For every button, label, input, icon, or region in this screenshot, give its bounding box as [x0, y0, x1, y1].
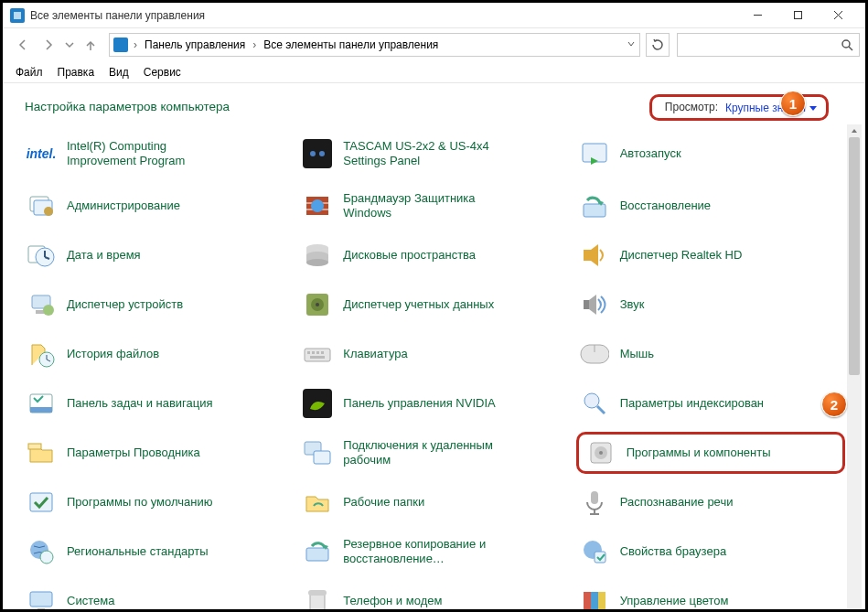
content-area: Настройка параметров компьютера Просмотр…: [3, 83, 865, 609]
item-programs-features[interactable]: Программы и компоненты: [576, 432, 845, 474]
view-selector[interactable]: Просмотр: Крупные значки 1: [649, 94, 829, 121]
item-label: Клавиатура: [343, 347, 407, 361]
item-label: Подключения к удаленным рабочим: [343, 438, 508, 468]
svg-marker-33: [591, 244, 598, 266]
item-system[interactable]: Система: [23, 580, 292, 609]
item-label: Параметры Проводника: [67, 446, 200, 460]
svg-rect-2: [794, 12, 801, 19]
item-intel[interactable]: intel. Intel(R) Computing Improvement Pr…: [23, 130, 292, 177]
item-label: Программы и компоненты: [627, 446, 771, 460]
maximize-button[interactable]: [777, 3, 818, 28]
item-mouse[interactable]: Мышь: [576, 333, 845, 375]
firewall-icon: [301, 189, 334, 222]
item-taskbar[interactable]: Панель задач и навигация: [23, 382, 292, 424]
item-storage-spaces[interactable]: Дисковые пространства: [299, 234, 568, 276]
item-phone-modem[interactable]: Телефон и модем: [299, 580, 568, 609]
storage-icon: [301, 239, 334, 272]
search-box[interactable]: [677, 33, 860, 57]
item-label: Телефон и модем: [343, 594, 442, 608]
window-controls: [737, 3, 858, 28]
svg-point-62: [599, 451, 603, 455]
scroll-thumb[interactable]: [849, 137, 860, 375]
remote-desktop-icon: [301, 436, 334, 469]
recovery-icon: [578, 189, 611, 222]
vertical-scrollbar[interactable]: [847, 124, 862, 609]
svg-point-55: [584, 393, 599, 408]
up-button[interactable]: [80, 34, 102, 56]
item-tascam[interactable]: TASCAM US-2x2 & US-4x4 Settings Panel: [299, 130, 568, 177]
item-device-manager[interactable]: Диспетчер устройств: [23, 284, 292, 326]
menu-edit[interactable]: Правка: [58, 66, 95, 79]
menu-service[interactable]: Сервис: [144, 66, 181, 79]
item-explorer-options[interactable]: Параметры Проводника: [23, 432, 292, 474]
item-label: Мышь: [620, 347, 654, 361]
item-nvidia[interactable]: Панель управления NVIDIA: [299, 382, 568, 424]
nav-arrows: [8, 34, 105, 56]
item-label: TASCAM US-2x2 & US-4x4 Settings Panel: [343, 139, 508, 169]
svg-point-16: [44, 207, 53, 216]
svg-point-6: [842, 40, 850, 48]
item-label: Рабочие папки: [343, 495, 424, 510]
menu-view[interactable]: Вид: [109, 66, 129, 79]
item-default-programs[interactable]: Программы по умолчанию: [23, 481, 292, 523]
item-regional[interactable]: Региональные стандарты: [23, 531, 292, 573]
item-date-time[interactable]: Дата и время: [23, 234, 292, 276]
item-label: Восстановление: [620, 199, 711, 213]
item-recovery[interactable]: Восстановление: [576, 185, 845, 227]
svg-rect-48: [316, 351, 319, 354]
items-grid: intel. Intel(R) Computing Improvement Pr…: [23, 124, 845, 609]
items-container: intel. Intel(R) Computing Improvement Pr…: [23, 124, 845, 609]
item-autorun[interactable]: Автозапуск: [576, 130, 845, 177]
svg-rect-57: [28, 444, 41, 449]
svg-rect-69: [306, 548, 328, 561]
breadcrumb-root[interactable]: Панель управления: [143, 38, 247, 51]
scroll-up-icon[interactable]: [847, 124, 862, 137]
item-realtek-hd[interactable]: Диспетчер Realtek HD: [576, 234, 845, 276]
item-indexing-options[interactable]: Параметры индексирован 2: [576, 382, 845, 424]
item-backup-restore[interactable]: Резервное копирование и восстановление…: [299, 531, 568, 573]
item-label: Распознавание речи: [620, 495, 734, 510]
admin-tools-icon: [25, 189, 58, 222]
recent-locations-button[interactable]: [63, 34, 76, 56]
phone-icon: [301, 585, 334, 609]
item-credential-manager[interactable]: Диспетчер учетных данных: [299, 284, 568, 326]
item-label: Дисковые пространства: [343, 248, 476, 263]
minimize-button[interactable]: [737, 3, 777, 28]
item-firewall[interactable]: Брандмауэр Защитника Windows: [299, 185, 568, 227]
svg-rect-79: [591, 592, 598, 609]
microphone-icon: [578, 486, 611, 519]
svg-point-11: [319, 151, 325, 156]
taskbar-icon: [25, 387, 58, 420]
item-label: Диспетчер учетных данных: [343, 297, 494, 312]
address-bar[interactable]: › Панель управления › Все элементы панел…: [109, 33, 640, 57]
svg-point-39: [316, 303, 319, 306]
item-label: Диспетчер Realtek HD: [620, 248, 743, 263]
address-history-button[interactable]: [627, 38, 636, 51]
item-sound[interactable]: Звук: [576, 284, 845, 326]
item-work-folders[interactable]: Рабочие папки: [299, 481, 568, 523]
close-button[interactable]: [818, 3, 858, 28]
item-label: Intel(R) Computing Improvement Program: [67, 139, 231, 169]
item-color-management[interactable]: Управление цветом: [576, 580, 845, 609]
item-file-history[interactable]: История файлов: [23, 333, 292, 375]
item-administration[interactable]: Администрирование: [23, 185, 292, 227]
item-label: Программы по умолчанию: [67, 495, 212, 510]
forward-button[interactable]: [38, 34, 59, 56]
item-remote-desktop[interactable]: Подключения к удаленным рабочим: [299, 432, 568, 474]
item-speech-recognition[interactable]: Распознавание речи: [576, 481, 845, 523]
svg-point-31: [306, 259, 328, 266]
svg-rect-73: [30, 592, 52, 607]
refresh-button[interactable]: [646, 33, 670, 57]
file-history-icon: [25, 338, 58, 370]
menu-file[interactable]: Файл: [16, 66, 43, 79]
back-button[interactable]: [12, 34, 34, 56]
control-panel-icon: [113, 38, 128, 52]
item-internet-options[interactable]: Свойства браузера: [576, 531, 845, 573]
navigation-bar: › Панель управления › Все элементы панел…: [3, 28, 865, 61]
breadcrumb-current[interactable]: Все элементы панели управления: [262, 38, 440, 51]
chevron-right-icon: ›: [132, 38, 139, 51]
svg-point-36: [43, 305, 54, 316]
item-keyboard[interactable]: Клавиатура: [299, 333, 568, 375]
item-label: Управление цветом: [620, 594, 729, 608]
svg-rect-47: [312, 351, 315, 354]
